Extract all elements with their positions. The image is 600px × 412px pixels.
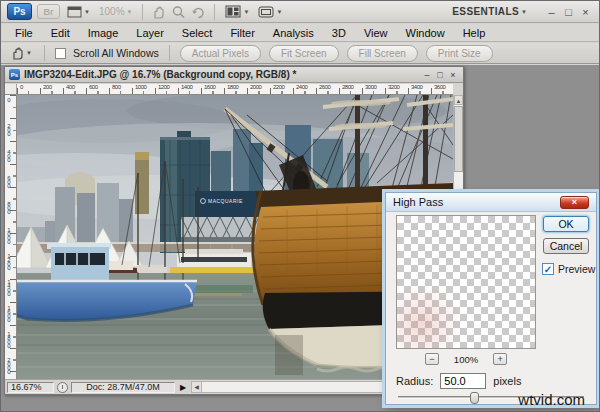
actual-pixels-button[interactable]: Actual Pixels: [180, 45, 261, 62]
zoom-level-value: 100%: [99, 6, 125, 17]
menu-item-window[interactable]: Window: [397, 25, 454, 41]
zoom-out-button[interactable]: −: [425, 353, 439, 365]
ruler-label: 1600: [6, 305, 12, 321]
menu-item-analysis[interactable]: Analysis: [264, 25, 323, 41]
arrange-documents-button[interactable]: ▼: [223, 5, 251, 18]
menu-bar: FileEditImageLayerSelectFilterAnalysis3D…: [1, 24, 599, 42]
menu-item-help[interactable]: Help: [454, 25, 495, 41]
fit-screen-button[interactable]: Fit Screen: [269, 45, 339, 62]
radius-input[interactable]: [440, 373, 486, 389]
scrollbar-thumb[interactable]: [454, 106, 463, 172]
screen-mode-icon: [258, 6, 274, 18]
filter-preview-thumbnail[interactable]: [396, 215, 536, 349]
photoshop-logo-icon: Ps: [7, 3, 32, 20]
workspace-name: ESSENTIALS: [452, 6, 519, 17]
preview-label: Preview: [558, 263, 595, 275]
window-extras-icon: [67, 6, 82, 18]
ruler-label: 1200: [6, 253, 12, 269]
dialog-close-button[interactable]: ×: [560, 196, 589, 209]
ruler-label: 200: [6, 123, 12, 135]
preview-zoom-controls: − 100% +: [396, 353, 536, 365]
menu-item-edit[interactable]: Edit: [42, 25, 79, 41]
ruler-label: 800: [6, 201, 12, 213]
print-size-button[interactable]: Print Size: [426, 45, 493, 62]
scroll-left-arrow[interactable]: ◀: [192, 382, 202, 392]
hand-tool-icon[interactable]: [151, 5, 166, 19]
ruler-label: 1800: [227, 84, 238, 90]
dialog-titlebar[interactable]: High Pass ×: [386, 193, 596, 212]
cancel-button[interactable]: Cancel: [543, 238, 589, 254]
ruler-label: 1000: [6, 227, 12, 243]
chevron-down-icon: ▼: [243, 9, 249, 15]
ruler-label: 2200: [273, 84, 284, 90]
doc-close-button[interactable]: ×: [447, 70, 459, 80]
toolbar-divider: [214, 4, 215, 20]
ruler-label: 1600: [204, 84, 215, 90]
radius-row: Radius: pixels: [396, 373, 521, 389]
view-extras-button[interactable]: ▼: [65, 6, 92, 18]
ruler-label: 3400: [411, 84, 422, 90]
scroll-up-arrow[interactable]: ▲: [454, 95, 463, 105]
menu-item-3d[interactable]: 3D: [323, 25, 355, 41]
menu-item-file[interactable]: File: [6, 25, 42, 41]
chevron-down-icon: ▼: [276, 9, 282, 15]
document-titlebar[interactable]: Ps IMGP3204-Edit.JPG @ 16.7% (Background…: [5, 67, 463, 83]
app-titlebar[interactable]: Ps Br ▼ 100% ▼ ▼ ▼ ESSENTIALS ▼ – □: [1, 1, 599, 23]
ruler-left: 0200400600800100012001400160018002000: [5, 95, 17, 379]
ruler-label: 2800: [342, 84, 353, 90]
ruler-corner: [5, 84, 17, 95]
options-bar: ▼ Scroll All Windows Actual PixelsFit Sc…: [1, 43, 599, 64]
scroll-all-windows-label: Scroll All Windows: [73, 47, 159, 59]
options-buttons: Actual PixelsFit ScreenFill ScreenPrint …: [180, 45, 493, 62]
preview-zoom-level: 100%: [454, 354, 478, 365]
status-flyout-arrow[interactable]: ▶: [178, 383, 188, 392]
menu-item-filter[interactable]: Filter: [221, 25, 263, 41]
radius-unit-label: pixels: [493, 375, 521, 387]
maximize-button[interactable]: □: [561, 6, 576, 18]
menu-item-image[interactable]: Image: [79, 25, 128, 41]
doc-maximize-button[interactable]: □: [434, 70, 446, 80]
chevron-down-icon: ▼: [84, 9, 90, 15]
ruler-label: 1800: [6, 331, 12, 347]
toolbar-divider: [142, 4, 143, 20]
ruler-label: 0: [20, 84, 23, 90]
workspace-switcher[interactable]: ESSENTIALS ▼: [450, 6, 529, 17]
ruler-label: 3600: [434, 84, 445, 90]
ruler-label: 3200: [388, 84, 399, 90]
ok-button[interactable]: OK: [543, 216, 589, 232]
scroll-all-windows-checkbox[interactable]: [55, 48, 66, 59]
window-controls: – □ ×: [544, 6, 593, 18]
fill-screen-button[interactable]: Fill Screen: [347, 45, 418, 62]
status-zoom-field[interactable]: 16.67%: [7, 382, 54, 393]
menu-item-layer[interactable]: Layer: [127, 25, 173, 41]
building-sign-text: MACQUARIE: [208, 198, 243, 204]
hand-tool-preset[interactable]: ▼: [8, 46, 34, 60]
chevron-down-icon: ▼: [127, 9, 133, 15]
minimize-button[interactable]: –: [544, 6, 559, 18]
rotate-view-tool-icon[interactable]: [191, 5, 206, 19]
toolbar-divider: [169, 45, 170, 61]
chevron-down-icon: ▼: [26, 50, 32, 56]
ruler-label: 600: [89, 84, 98, 90]
ruler-label: 600: [6, 175, 12, 187]
menu-item-select[interactable]: Select: [173, 25, 222, 41]
ruler-label: 200: [43, 84, 52, 90]
preview-checkbox[interactable]: ✓: [542, 263, 554, 275]
ruler-label: 0: [6, 97, 12, 101]
hand-tool-icon: [10, 46, 24, 60]
radius-label: Radius:: [396, 375, 433, 387]
doc-minimize-button[interactable]: –: [421, 70, 433, 80]
zoom-in-button[interactable]: +: [493, 353, 507, 365]
zoom-level-dropdown[interactable]: 100% ▼: [97, 6, 135, 17]
screen-mode-button[interactable]: ▼: [256, 6, 284, 18]
menu-item-view[interactable]: View: [355, 25, 397, 41]
document-file-icon: Ps: [9, 69, 20, 80]
close-button[interactable]: ×: [578, 6, 593, 18]
ruler-label: 400: [66, 84, 75, 90]
radius-slider-thumb[interactable]: [470, 392, 479, 404]
preview-option: ✓ Preview: [542, 263, 595, 275]
watermark-text: wtvid.com: [518, 391, 585, 408]
launch-bridge-button[interactable]: Br: [37, 4, 60, 19]
zoom-tool-icon[interactable]: [171, 5, 186, 19]
ruler-label: 1000: [135, 84, 146, 90]
